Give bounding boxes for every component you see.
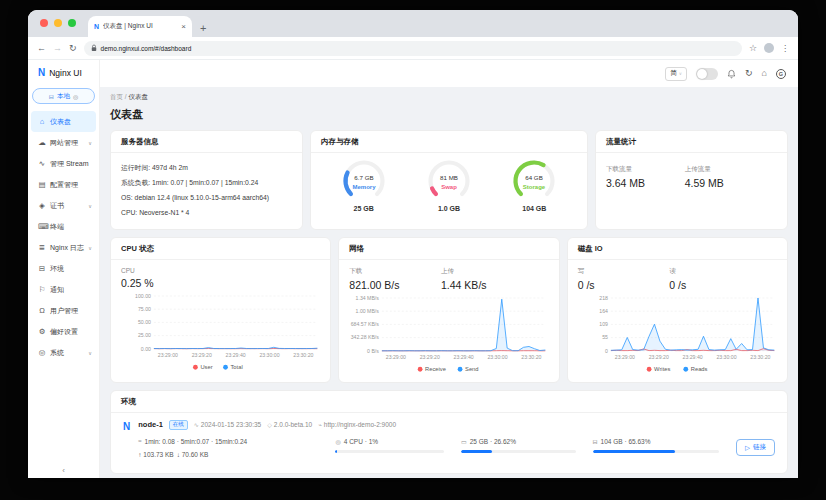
- sidebar-item-label: 系统: [50, 348, 64, 358]
- browser-avatar[interactable]: [764, 43, 774, 53]
- breadcrumb-home[interactable]: 首页: [110, 93, 123, 100]
- memory-storage-body: 6.7 GBMemory25 GB81 MBSwap1.0 GB64 GBSto…: [311, 153, 587, 219]
- app-header: 简 ∨ ↻ ⌂ G: [100, 60, 798, 87]
- home-icon[interactable]: ⌂: [762, 69, 767, 78]
- dashboard-content: 首页 / 仪表盘 仪表盘 服务器信息 运行时间: 497d 4h 2m系统负载:…: [100, 87, 798, 478]
- new-tab-button[interactable]: +: [200, 22, 206, 34]
- node-memory-text: ▭25 GB · 26.62%: [461, 438, 581, 445]
- sidebar-menu: ⌂仪表盘☁网站管理∨∿管理 Stream▤配置管理◈证书∨⌨终端≣Nginx 日…: [28, 111, 99, 363]
- node-disk-column: ⊟104 GB · 65.63%: [593, 438, 724, 453]
- svg-text:Writes: Writes: [654, 366, 670, 372]
- disk-read-value: 0 /s: [669, 279, 761, 291]
- window-controls: [40, 19, 76, 27]
- svg-text:64 GB: 64 GB: [526, 174, 544, 181]
- url-text: demo.nginxui.com/#/dashboard: [101, 45, 192, 52]
- sidebar-item[interactable]: ◎系统∨: [31, 342, 96, 363]
- tab-close-icon[interactable]: ×: [181, 22, 186, 31]
- node-cpu-text: ◎4 CPU · 1%: [335, 438, 449, 445]
- chevron-down-icon: ∨: [88, 140, 92, 146]
- traffic-body: 下载流量 3.64 MB 上传流量 4.59 MB: [596, 153, 787, 196]
- zoom-window-button[interactable]: [68, 19, 76, 27]
- disk-io-card-title: 磁盘 IO: [568, 238, 787, 260]
- brand-logo: N: [38, 67, 45, 78]
- back-icon[interactable]: ←: [37, 43, 46, 53]
- minimize-window-button[interactable]: [54, 19, 62, 27]
- cpu-card: CPU 状态 CPU 0.25 % 0.0025.0050.0075.00100…: [110, 237, 331, 383]
- svg-text:25.00: 25.00: [138, 332, 151, 338]
- disk-chart: 05510916421823:29:0023:29:2023:29:4023:3…: [578, 293, 777, 379]
- browser-toolbar: ← → ↻ demo.nginxui.com/#/dashboard ☆ ⋮: [28, 37, 798, 60]
- sidebar-item[interactable]: Ω用户管理: [31, 300, 96, 321]
- svg-text:User: User: [200, 364, 212, 370]
- sidebar-collapse-button[interactable]: ‹: [28, 466, 99, 475]
- server-info-body: 运行时间: 497d 4h 2m系统负载: 1min: 0.07 | 5min:…: [111, 153, 302, 227]
- sidebar-item[interactable]: ≣Nginx 日志∨: [31, 237, 96, 258]
- sidebar-item[interactable]: ⊟环境: [31, 258, 96, 279]
- node-version: ◇2.0.0-beta.10: [267, 421, 312, 428]
- network-upload-value: 1.44 KB/s: [441, 279, 533, 291]
- browser-tab[interactable]: N 仪表盘 | Nginx UI ×: [88, 16, 192, 37]
- node-title-line: node-1 在线 ∿2024-01-15 23:30:35 ◇2.0.0-be…: [138, 420, 775, 430]
- brand[interactable]: N Nginx UI: [28, 60, 99, 85]
- sidebar-item[interactable]: ⌂仪表盘: [31, 111, 96, 132]
- svg-text:23:30:00: 23:30:00: [716, 354, 736, 360]
- sidebar-item[interactable]: ▤配置管理: [31, 174, 96, 195]
- disk-io-card: 磁盘 IO 写 0 /s 读 0 /s: [567, 237, 788, 383]
- close-window-button[interactable]: [40, 19, 48, 27]
- sidebar-item-label: 用户管理: [50, 306, 78, 316]
- address-bar[interactable]: demo.nginxui.com/#/dashboard: [84, 41, 742, 56]
- site-icon: ☁: [38, 138, 46, 147]
- sidebar-item[interactable]: ⌨终端: [31, 216, 96, 237]
- node-load-avg: ≈1min: 0.08 · 5min:0.07 · 15min:0.24: [138, 438, 323, 445]
- memory-gauge: 6.7 GBMemory25 GB: [340, 157, 388, 212]
- network-download-value: 821.00 B/s: [349, 279, 441, 291]
- svg-text:23:29:20: 23:29:20: [192, 352, 212, 358]
- svg-text:50.00: 50.00: [138, 319, 151, 325]
- svg-text:55: 55: [602, 334, 608, 340]
- svg-text:23:30:20: 23:30:20: [522, 354, 542, 360]
- svg-text:Receive: Receive: [425, 366, 446, 372]
- node-cpu-bar: [335, 450, 444, 453]
- breadcrumb-separator: /: [125, 93, 127, 100]
- storage-gauge: 64 GBStorage104 GB: [510, 157, 558, 212]
- environment-title: 环境: [111, 391, 787, 413]
- sidebar-item[interactable]: ◈证书∨: [31, 195, 96, 216]
- theme-toggle[interactable]: [696, 68, 718, 80]
- restart-icon[interactable]: ↻: [745, 69, 753, 78]
- manage-env-icon[interactable]: ◎: [73, 93, 78, 100]
- svg-text:23:29:20: 23:29:20: [420, 354, 440, 360]
- toggle-knob: [697, 69, 707, 79]
- svg-text:6.7 GB: 6.7 GB: [354, 174, 373, 181]
- svg-text:23:29:00: 23:29:00: [386, 354, 406, 360]
- sidebar-item-label: 配置管理: [50, 180, 78, 190]
- sidebar-item[interactable]: ☁网站管理∨: [31, 132, 96, 153]
- bookmark-star-icon[interactable]: ☆: [749, 43, 757, 53]
- github-icon[interactable]: G: [776, 69, 786, 79]
- sidebar-item-label: 环境: [50, 264, 64, 274]
- cpu-icon: ◎: [335, 438, 340, 445]
- environment-icon: ⊟: [38, 264, 46, 273]
- forward-icon[interactable]: →: [53, 43, 62, 53]
- terminal-icon: ⌨: [38, 222, 46, 231]
- connect-button[interactable]: ▷ 链接: [736, 439, 775, 456]
- environment-switcher[interactable]: ⊟ 本地 ◎: [32, 88, 95, 104]
- language-select[interactable]: 简 ∨: [665, 67, 687, 81]
- reload-icon[interactable]: ↻: [69, 43, 77, 53]
- node-url[interactable]: ⌁http://nginx-demo-2:9000: [318, 421, 396, 428]
- network-upload-label: 上传: [441, 267, 533, 276]
- breadcrumb: 首页 / 仪表盘: [110, 93, 788, 102]
- chevron-down-icon: ∨: [88, 350, 92, 356]
- memory-storage-card: 内存与存储 6.7 GBMemory25 GB81 MBSwap1.0 GB64…: [310, 130, 588, 230]
- environment-switcher-label: 本地: [57, 92, 70, 101]
- node-network-usage: ↑ 103.73 KB ↓ 70.60 KB: [138, 451, 323, 458]
- sidebar-item[interactable]: ∿管理 Stream: [31, 153, 96, 174]
- svg-text:23:29:00: 23:29:00: [614, 354, 634, 360]
- sidebar-item[interactable]: ⚙偏好设置: [31, 321, 96, 342]
- browser-menu-icon[interactable]: ⋮: [781, 44, 789, 53]
- connect-button-label: 链接: [753, 443, 766, 452]
- tab-title: 仪表盘 | Nginx UI: [103, 22, 177, 31]
- sidebar-item-label: 仪表盘: [50, 117, 71, 127]
- sidebar-item-label: 终端: [50, 222, 64, 232]
- notification-bell-icon[interactable]: [727, 69, 736, 79]
- sidebar-item[interactable]: ⚐通知: [31, 279, 96, 300]
